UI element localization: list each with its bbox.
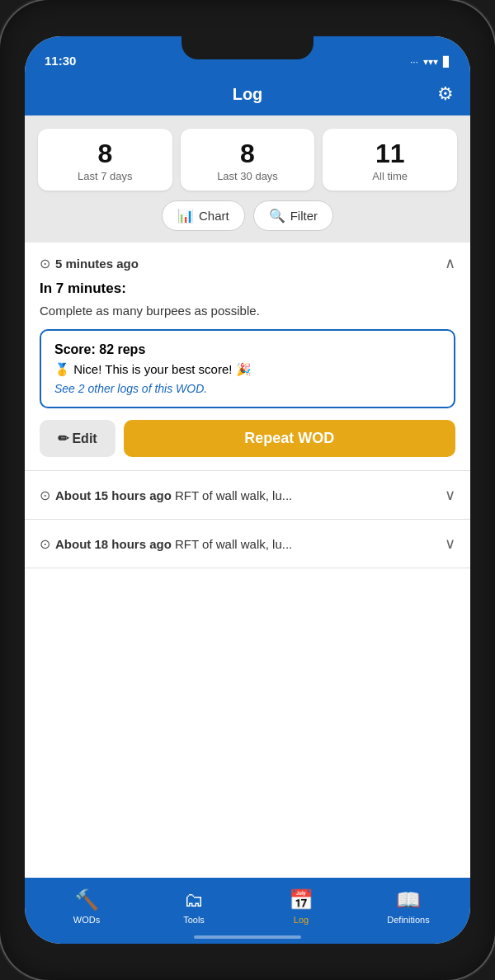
best-score-emoji: 🥇: [54, 362, 70, 376]
log-entry-time-0: ⊙ 5 minutes ago: [40, 256, 139, 271]
time-text-0: 5 minutes ago: [55, 257, 139, 271]
chevron-down-icon-2: ∨: [445, 535, 455, 553]
action-buttons-row: 📊 Chart 🔍 Filter: [38, 200, 457, 231]
filter-icon: 🔍: [269, 208, 285, 224]
gear-icon[interactable]: ⚙: [437, 83, 454, 105]
wods-icon: 🔨: [74, 888, 99, 912]
log-preview-text-2: RFT of wall walk, lu...: [175, 537, 292, 551]
definitions-icon: 📖: [396, 888, 421, 912]
nav-label-definitions: Definitions: [387, 915, 429, 925]
log-time-2: About 18 hours ago RFT of wall walk, lu.…: [55, 537, 292, 551]
battery-icon: ▊: [443, 56, 450, 68]
signal-icon: ···: [410, 56, 418, 68]
stats-section: 8 Last 7 days 8 Last 30 days 11 All time…: [25, 115, 470, 243]
log-time-bold-2: About 18 hours ago: [55, 537, 172, 551]
nav-label-tools: Tools: [183, 915, 205, 925]
log-entry-collapsed-2[interactable]: ⊙ About 18 hours ago RFT of wall walk, l…: [25, 520, 470, 568]
log-time-1: About 15 hours ago RFT of wall walk, lu.…: [55, 488, 292, 502]
stat-label-alltime: All time: [372, 170, 408, 182]
nav-item-definitions[interactable]: 📖 Definitions: [384, 888, 433, 925]
score-title-0: Score: 82 reps: [54, 342, 441, 357]
wod-title-0: In 7 minutes:: [40, 280, 455, 297]
best-score-text: Nice! This is your best score! 🎉: [73, 362, 251, 376]
stat-number-7days: 8: [97, 140, 112, 167]
phone-shell: 11:30 ··· ▾▾▾ ▊ Log ⚙ 8 Last 7 days 8 La…: [0, 0, 495, 980]
stat-number-30days: 8: [240, 140, 255, 167]
stat-card-30days: 8 Last 30 days: [181, 129, 315, 191]
nav-label-log: Log: [294, 915, 309, 925]
stat-card-7days: 8 Last 7 days: [38, 129, 172, 191]
clock-icon-0: ⊙: [40, 256, 50, 271]
phone-screen: 11:30 ··· ▾▾▾ ▊ Log ⚙ 8 Last 7 days 8 La…: [25, 36, 470, 944]
status-icons: ··· ▾▾▾ ▊: [410, 56, 450, 68]
log-entry-header-0[interactable]: ⊙ 5 minutes ago ∧: [25, 243, 470, 280]
log-entry-body-0: In 7 minutes: Complete as many burpees a…: [25, 280, 470, 470]
home-indicator: [194, 935, 301, 939]
clock-icon-1: ⊙: [40, 488, 50, 503]
nav-item-wods[interactable]: 🔨 WODs: [62, 888, 111, 925]
see-other-logs[interactable]: See 2 other logs of this WOD.: [54, 382, 441, 395]
bottom-nav: 🔨 WODs 🗂 Tools 📅 Log 📖 Definitions: [25, 878, 470, 944]
wifi-icon: ▾▾▾: [423, 56, 438, 68]
header-title: Log: [233, 85, 263, 104]
nav-label-wods: WODs: [73, 915, 100, 925]
filter-button-label: Filter: [290, 209, 318, 223]
nav-item-tools[interactable]: 🗂 Tools: [169, 888, 219, 925]
log-icon: 📅: [289, 888, 314, 912]
entry-actions-0: ✏ Edit Repeat WOD: [40, 420, 455, 457]
clock-icon-2: ⊙: [40, 536, 50, 552]
log-entry-collapsed-1[interactable]: ⊙ About 15 hours ago RFT of wall walk, l…: [25, 471, 470, 520]
chart-icon: 📊: [177, 208, 194, 224]
best-score-0: 🥇 Nice! This is your best score! 🎉: [54, 362, 441, 377]
app-header: Log ⚙: [25, 73, 470, 115]
stat-card-alltime: 11 All time: [323, 129, 457, 191]
log-time-bold-1: About 15 hours ago: [55, 488, 172, 502]
filter-button[interactable]: 🔍 Filter: [253, 200, 333, 231]
chevron-up-icon-0: ∧: [445, 254, 455, 272]
nav-item-log[interactable]: 📅 Log: [276, 888, 326, 925]
stat-label-30days: Last 30 days: [217, 170, 278, 182]
chevron-down-icon-1: ∨: [445, 486, 455, 504]
content-area: ⊙ 5 minutes ago ∧ In 7 minutes: Complete…: [25, 243, 470, 878]
stats-row: 8 Last 7 days 8 Last 30 days 11 All time: [38, 129, 457, 191]
log-collapsed-left-1: ⊙ About 15 hours ago RFT of wall walk, l…: [40, 488, 292, 503]
log-preview-text-1: RFT of wall walk, lu...: [175, 488, 292, 502]
notch: [182, 36, 314, 59]
stat-number-alltime: 11: [375, 140, 405, 167]
log-entry-expanded: ⊙ 5 minutes ago ∧ In 7 minutes: Complete…: [25, 243, 470, 471]
log-collapsed-left-2: ⊙ About 18 hours ago RFT of wall walk, l…: [40, 536, 292, 552]
edit-button-0[interactable]: ✏ Edit: [40, 420, 116, 457]
tools-icon: 🗂: [184, 888, 204, 912]
chart-button[interactable]: 📊 Chart: [162, 200, 245, 231]
chart-button-label: Chart: [199, 209, 229, 223]
wod-desc-0: Complete as many burpees as possible.: [40, 304, 455, 318]
repeat-wod-button-0[interactable]: Repeat WOD: [124, 420, 455, 457]
score-card-0: Score: 82 reps 🥇 Nice! This is your best…: [40, 329, 455, 408]
stat-label-7days: Last 7 days: [78, 170, 133, 182]
status-time: 11:30: [45, 54, 76, 68]
